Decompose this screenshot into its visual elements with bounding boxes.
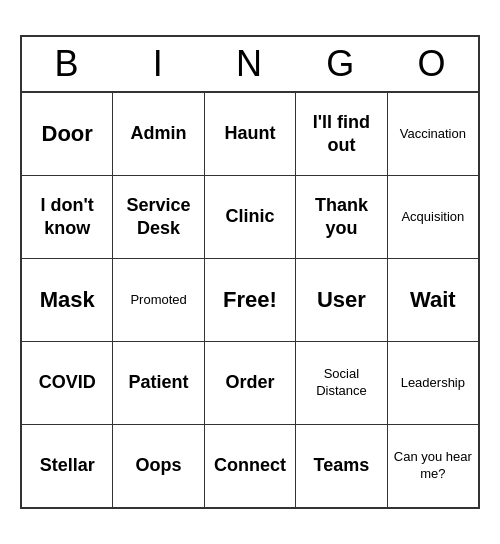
bingo-row: Stellar Oops Connect Teams Can you hear … <box>22 425 478 507</box>
bingo-row: Mask Promoted Free! User Wait <box>22 259 478 342</box>
bingo-header: B I N G O <box>22 37 478 91</box>
cell-r5c4[interactable]: Teams <box>296 425 387 507</box>
cell-r3c4[interactable]: User <box>296 259 387 341</box>
cell-r4c2[interactable]: Patient <box>113 342 204 424</box>
cell-r3c3-free[interactable]: Free! <box>205 259 296 341</box>
cell-r4c1[interactable]: COVID <box>22 342 113 424</box>
cell-r2c5[interactable]: Acquisition <box>388 176 478 258</box>
bingo-row: COVID Patient Order Social Distance Lead… <box>22 342 478 425</box>
cell-r5c3[interactable]: Connect <box>205 425 296 507</box>
header-o: O <box>387 37 478 91</box>
cell-r4c3[interactable]: Order <box>205 342 296 424</box>
header-i: I <box>113 37 204 91</box>
cell-r3c1[interactable]: Mask <box>22 259 113 341</box>
cell-r4c4[interactable]: Social Distance <box>296 342 387 424</box>
cell-r5c2[interactable]: Oops <box>113 425 204 507</box>
cell-r5c1[interactable]: Stellar <box>22 425 113 507</box>
header-g: G <box>296 37 387 91</box>
cell-r1c1[interactable]: Door <box>22 93 113 175</box>
header-b: B <box>22 37 113 91</box>
bingo-row: Door Admin Haunt I'll find out Vaccinati… <box>22 93 478 176</box>
cell-r2c1[interactable]: I don't know <box>22 176 113 258</box>
cell-r5c5[interactable]: Can you hear me? <box>388 425 478 507</box>
bingo-row: I don't know Service Desk Clinic Thank y… <box>22 176 478 259</box>
cell-r3c2[interactable]: Promoted <box>113 259 204 341</box>
cell-r2c3[interactable]: Clinic <box>205 176 296 258</box>
cell-r4c5[interactable]: Leadership <box>388 342 478 424</box>
cell-r3c5[interactable]: Wait <box>388 259 478 341</box>
cell-r1c5[interactable]: Vaccination <box>388 93 478 175</box>
cell-r2c2[interactable]: Service Desk <box>113 176 204 258</box>
bingo-grid: Door Admin Haunt I'll find out Vaccinati… <box>22 91 478 507</box>
header-n: N <box>204 37 295 91</box>
cell-r1c2[interactable]: Admin <box>113 93 204 175</box>
cell-r1c4[interactable]: I'll find out <box>296 93 387 175</box>
bingo-card: B I N G O Door Admin Haunt I'll find out… <box>20 35 480 509</box>
cell-r1c3[interactable]: Haunt <box>205 93 296 175</box>
cell-r2c4[interactable]: Thank you <box>296 176 387 258</box>
